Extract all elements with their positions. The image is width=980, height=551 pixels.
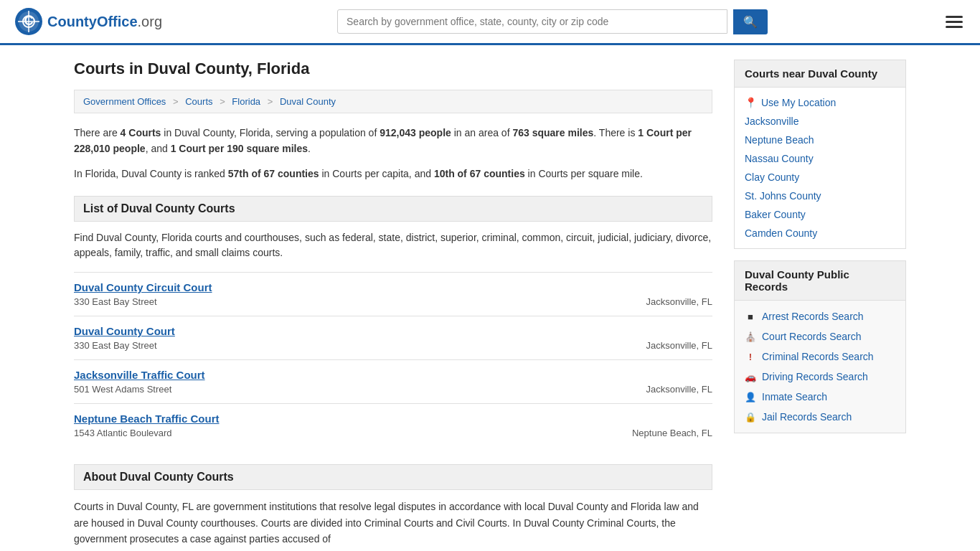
breadcrumb: Government Offices > Courts > Florida > … bbox=[74, 90, 712, 113]
nearby-item-1: Neptune Beach bbox=[735, 131, 905, 149]
search-icon: 🔍 bbox=[743, 16, 758, 28]
nearby-link-3[interactable]: Clay County bbox=[745, 171, 799, 183]
pr-link-1[interactable]: Court Records Search bbox=[762, 331, 862, 342]
sidebar: Courts near Duval County 📍 Use My Locati… bbox=[734, 60, 906, 547]
court-city-1: Jacksonville, FL bbox=[646, 296, 712, 307]
logo-icon: C bbox=[14, 7, 43, 36]
court-entry-1: Duval County Circuit Court 330 East Bay … bbox=[74, 272, 712, 316]
pr-item-0: ■ Arrest Records Search bbox=[735, 306, 905, 326]
breadcrumb-link-2[interactable]: Courts bbox=[185, 96, 212, 107]
rank-capita: 57th of 67 counties bbox=[228, 168, 319, 179]
main-container: Courts in Duval County, Florida Governme… bbox=[60, 45, 920, 551]
logo-text: CountyOffice.org bbox=[47, 14, 162, 30]
menu-bar-2 bbox=[946, 21, 963, 23]
pr-icon-1: ⛪ bbox=[745, 331, 756, 342]
nearby-item-6: Camden County bbox=[735, 224, 905, 242]
sidebar-courts-near: Courts near Duval County 📍 Use My Locati… bbox=[734, 60, 906, 249]
logo-area: C CountyOffice.org bbox=[14, 7, 162, 36]
pr-link-0[interactable]: Arrest Records Search bbox=[762, 311, 864, 322]
court-address-2: 330 East Bay Street bbox=[74, 340, 157, 351]
list-section-header: List of Duval County Courts bbox=[74, 196, 712, 222]
court-entry-2: Duval County Court 330 East Bay Street J… bbox=[74, 316, 712, 359]
about-text: Courts in Duval County, FL are governmen… bbox=[74, 499, 712, 547]
pr-icon-4: 👤 bbox=[745, 392, 756, 402]
location-icon: 📍 bbox=[745, 97, 757, 108]
menu-bar-1 bbox=[946, 16, 963, 18]
about-section-header: About Duval County Courts bbox=[74, 464, 712, 490]
courts-near-title: Courts near Duval County bbox=[735, 60, 905, 88]
breadcrumb-link-3[interactable]: Florida bbox=[232, 96, 260, 107]
about-section: About Duval County Courts Courts in Duva… bbox=[74, 464, 712, 547]
list-section-desc: Find Duval County, Florida courts and co… bbox=[74, 230, 712, 260]
nearby-item-0: Jacksonville bbox=[735, 112, 905, 131]
public-records-title: Duval County Public Records bbox=[735, 261, 905, 301]
search-button[interactable]: 🔍 bbox=[733, 9, 768, 34]
pr-link-5[interactable]: Jail Records Search bbox=[762, 411, 852, 423]
breadcrumb-sep-3: > bbox=[268, 96, 273, 107]
nearby-item-4: St. Johns County bbox=[735, 187, 905, 205]
court-city-4: Neptune Beach, FL bbox=[632, 428, 712, 438]
pr-item-2: ! Criminal Records Search bbox=[735, 347, 905, 367]
nearby-item-5: Baker County bbox=[735, 205, 905, 224]
pr-item-1: ⛪ Court Records Search bbox=[735, 326, 905, 347]
menu-bar-3 bbox=[946, 26, 963, 28]
search-input[interactable] bbox=[337, 9, 727, 34]
description: There are 4 Courts in Duval County, Flor… bbox=[74, 125, 712, 157]
court-details-3: 501 West Adams Street Jacksonville, FL bbox=[74, 384, 712, 395]
content: Courts in Duval County, Florida Governme… bbox=[74, 60, 712, 547]
breadcrumb-link-1[interactable]: Government Offices bbox=[83, 96, 166, 107]
menu-button[interactable] bbox=[943, 13, 966, 31]
court-address-4: 1543 Atlantic Boulevard bbox=[74, 428, 172, 438]
nearby-link-2[interactable]: Nassau County bbox=[745, 153, 814, 164]
pr-item-5: 🔒 Jail Records Search bbox=[735, 407, 905, 427]
court-entry-4: Neptune Beach Traffic Court 1543 Atlanti… bbox=[74, 403, 712, 447]
sidebar-public-records: Duval County Public Records ■ Arrest Rec… bbox=[734, 260, 906, 433]
pr-icon-5: 🔒 bbox=[745, 412, 756, 423]
court-address-1: 330 East Bay Street bbox=[74, 296, 157, 307]
nearby-item-2: Nassau County bbox=[735, 149, 905, 168]
court-name-3[interactable]: Jacksonville Traffic Court bbox=[74, 369, 712, 381]
court-address-3: 501 West Adams Street bbox=[74, 384, 171, 395]
court-name-4[interactable]: Neptune Beach Traffic Court bbox=[74, 413, 712, 425]
breadcrumb-link-4[interactable]: Duval County bbox=[280, 96, 336, 107]
pr-link-2[interactable]: Criminal Records Search bbox=[762, 351, 874, 362]
ranking: In Florida, Duval County is ranked 57th … bbox=[74, 166, 712, 182]
search-area: 🔍 bbox=[337, 9, 768, 34]
court-entry-3: Jacksonville Traffic Court 501 West Adam… bbox=[74, 359, 712, 403]
pr-item-3: 🚗 Driving Records Search bbox=[735, 367, 905, 387]
per-sqmile: 1 Court per 190 square miles bbox=[171, 143, 308, 154]
court-city-2: Jacksonville, FL bbox=[646, 340, 712, 351]
sidebar-links: 📍 Use My Location Jacksonville Neptune B… bbox=[735, 88, 905, 248]
nearby-link-4[interactable]: St. Johns County bbox=[745, 190, 821, 202]
court-details-2: 330 East Bay Street Jacksonville, FL bbox=[74, 340, 712, 351]
area: 763 square miles bbox=[512, 127, 593, 138]
pr-item-4: 👤 Inmate Search bbox=[735, 387, 905, 407]
pr-link-3[interactable]: Driving Records Search bbox=[762, 371, 868, 382]
court-city-3: Jacksonville, FL bbox=[646, 384, 712, 395]
court-name-1[interactable]: Duval County Circuit Court bbox=[74, 281, 712, 293]
court-details-4: 1543 Atlantic Boulevard Neptune Beach, F… bbox=[74, 428, 712, 438]
rank-sqmile: 10th of 67 counties bbox=[434, 168, 525, 179]
breadcrumb-sep-2: > bbox=[220, 96, 225, 107]
public-records-list: ■ Arrest Records Search ⛪ Court Records … bbox=[735, 301, 905, 433]
nearby-link-5[interactable]: Baker County bbox=[745, 209, 806, 220]
court-count: 4 Courts bbox=[121, 127, 161, 138]
pr-icon-2: ! bbox=[745, 352, 756, 362]
nearby-link-0[interactable]: Jacksonville bbox=[745, 116, 798, 127]
pr-link-4[interactable]: Inmate Search bbox=[762, 391, 827, 402]
nearby-link-6[interactable]: Camden County bbox=[745, 227, 817, 239]
use-my-location-link[interactable]: Use My Location bbox=[761, 97, 836, 108]
court-details-1: 330 East Bay Street Jacksonville, FL bbox=[74, 296, 712, 307]
header: C CountyOffice.org 🔍 bbox=[0, 0, 980, 45]
nearby-item-3: Clay County bbox=[735, 168, 905, 187]
nearby-link-1[interactable]: Neptune Beach bbox=[745, 134, 814, 146]
pr-icon-0: ■ bbox=[745, 311, 756, 322]
page-title: Courts in Duval County, Florida bbox=[74, 60, 712, 78]
breadcrumb-sep-1: > bbox=[173, 96, 179, 107]
pr-icon-3: 🚗 bbox=[745, 372, 756, 382]
use-my-location-item: 📍 Use My Location bbox=[735, 93, 905, 112]
population: 912,043 people bbox=[380, 127, 451, 138]
court-name-2[interactable]: Duval County Court bbox=[74, 325, 712, 337]
courts-list: Duval County Circuit Court 330 East Bay … bbox=[74, 272, 712, 447]
